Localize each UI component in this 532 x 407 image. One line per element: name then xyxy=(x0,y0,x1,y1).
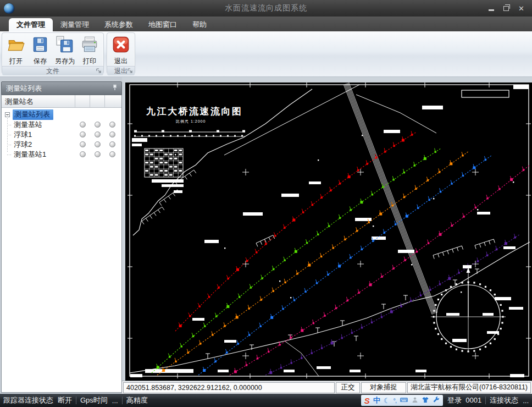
station-panel: 测量站列表 测量站名 xyxy=(0,77,122,394)
company-label: 湖北蓝宇航标有限公司(0716-8320811) xyxy=(407,382,531,393)
login-id: 0001 xyxy=(465,396,481,404)
tree-item-float-1[interactable]: 浮球1 xyxy=(2,130,121,140)
status-led xyxy=(80,131,86,138)
save-floppy-icon xyxy=(31,34,49,56)
ime-language-bar: S 中 ☾ °, xyxy=(361,395,443,406)
station-tree: 测量站列表 测量基站 浮球1 xyxy=(2,108,121,160)
tree-root-label: 测量站列表 xyxy=(13,109,53,120)
status-led xyxy=(109,131,115,138)
tree-item-float-2[interactable]: 浮球2 xyxy=(2,140,121,150)
ribbon-group-file: 打开 保存 xyxy=(2,32,104,74)
tab-system-params[interactable]: 系统参数 xyxy=(97,18,141,31)
open-folder-icon xyxy=(7,34,25,56)
connection-status-label: 连接状态 xyxy=(490,395,518,405)
tracker-status-value: 断开 xyxy=(58,395,72,405)
status-led xyxy=(109,151,115,157)
column-station-name: 测量站名 xyxy=(2,95,75,107)
tree-item-base-station-1[interactable]: 测量基站1 xyxy=(2,150,121,160)
station-list: 测量站名 测量站列表 测量基站 xyxy=(1,95,122,393)
cad-drawing-canvas[interactable]: 九江大桥流速流向图比例尺 1:2000 xyxy=(125,82,532,381)
tab-file[interactable]: 文件管理 xyxy=(9,18,53,31)
open-button[interactable]: 打开 xyxy=(4,34,28,66)
save-as-button[interactable]: 另存为 xyxy=(52,34,77,66)
status-led xyxy=(80,141,86,147)
ime-keyboard-icon[interactable] xyxy=(400,397,408,405)
cad-status-bar: 402051.853687, 3292622.912162, 0.000000 … xyxy=(122,381,532,394)
pin-icon[interactable] xyxy=(112,84,118,93)
map-canvas-area: 九江大桥流速流向图比例尺 1:2000 xyxy=(122,77,532,381)
printer-icon xyxy=(80,34,99,56)
status-led xyxy=(80,151,86,157)
dialog-launcher-icon[interactable] xyxy=(96,68,102,74)
exit-button[interactable]: 退出 xyxy=(109,34,133,66)
status-led xyxy=(109,141,115,147)
window-title: 水面流速流向成图系统 xyxy=(0,3,532,13)
station-list-columns[interactable]: 测量站名 xyxy=(2,95,121,108)
coordinate-readout: 402051.853687, 3292622.912162, 0.000000 xyxy=(123,382,335,393)
exit-icon xyxy=(112,34,130,56)
gps-time-value: ... xyxy=(112,397,118,405)
ribbon: 打开 保存 xyxy=(0,31,532,77)
save-button-label: 保存 xyxy=(34,57,47,66)
tree-root-row[interactable]: 测量站列表 xyxy=(2,109,121,120)
group-label-file: 文件 xyxy=(2,66,103,75)
gps-time-label: Gps时间 xyxy=(80,395,108,405)
dialog-launcher-icon[interactable] xyxy=(127,68,134,74)
status-led xyxy=(95,141,101,147)
ime-punctuation-icon[interactable]: °, xyxy=(394,397,396,404)
exit-button-label: 退出 xyxy=(114,57,128,66)
osnap-toggle[interactable]: 对象捕捉 xyxy=(361,382,406,393)
column-indicator-1 xyxy=(75,95,90,107)
status-led xyxy=(109,122,115,128)
status-led xyxy=(95,122,101,128)
ribbon-group-exit: 退出 退出 xyxy=(107,32,135,74)
group-label-exit: 退出 xyxy=(107,66,135,75)
print-button[interactable]: 打印 xyxy=(77,34,102,66)
ribbon-tab-row: 文件管理 测量管理 系统参数 地图窗口 帮助 xyxy=(0,16,532,31)
ime-chinese-mode-icon[interactable]: 中 xyxy=(373,395,380,405)
tab-map-window[interactable]: 地图窗口 xyxy=(141,18,185,31)
save-as-icon xyxy=(56,34,74,56)
svg-text:九江大桥流速流向图: 九江大桥流速流向图 xyxy=(146,106,243,117)
connection-status-value: ... xyxy=(523,397,529,405)
status-led xyxy=(80,122,86,128)
open-button-label: 打开 xyxy=(9,57,23,66)
ime-user-icon[interactable] xyxy=(412,397,418,405)
ortho-toggle[interactable]: 正交 xyxy=(336,382,360,393)
tracker-status-label: 跟踪器连接状态 xyxy=(3,395,53,405)
restore-button[interactable] xyxy=(503,6,509,11)
svg-text:比例尺 1:2000: 比例尺 1:2000 xyxy=(176,119,206,124)
column-indicator-3 xyxy=(104,95,121,107)
column-indicator-2 xyxy=(90,95,104,107)
station-panel-header: 测量站列表 xyxy=(1,81,122,95)
ime-skin-shirt-icon[interactable] xyxy=(422,397,429,405)
status-led xyxy=(95,151,101,157)
tab-measure[interactable]: 测量管理 xyxy=(53,18,97,31)
ime-settings-wrench-icon[interactable] xyxy=(433,396,440,405)
bottom-status-bar: 跟踪器连接状态 断开 Gps时间 ... 高精度 S 中 ☾ °, xyxy=(0,394,532,407)
login-label: 登录 0001 xyxy=(447,395,481,405)
status-led xyxy=(95,131,101,138)
save-as-button-label: 另存为 xyxy=(55,57,75,66)
tree-item-base-station[interactable]: 测量基站 xyxy=(2,120,121,130)
close-button[interactable]: ✕ xyxy=(518,5,524,12)
sogou-logo-icon[interactable]: S xyxy=(364,396,370,405)
app-window: 水面流速流向成图系统 ✕ 文件管理 测量管理 系统参数 地图窗口 帮助 xyxy=(0,0,532,407)
minimize-button[interactable] xyxy=(489,9,494,11)
print-button-label: 打印 xyxy=(83,57,96,66)
ime-halfwidth-moon-icon[interactable]: ☾ xyxy=(384,397,390,405)
tab-help[interactable]: 帮助 xyxy=(185,18,214,31)
titlebar: 水面流速流向成图系统 ✕ xyxy=(0,0,532,16)
save-button[interactable]: 保存 xyxy=(28,34,52,66)
precision-label: 高精度 xyxy=(126,395,148,405)
